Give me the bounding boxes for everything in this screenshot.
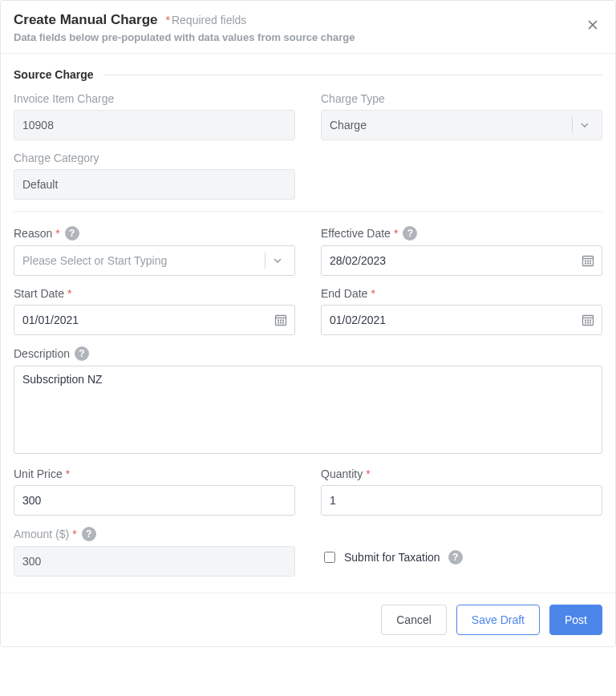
end-date-label-wrap: End Date* (321, 287, 602, 300)
post-button[interactable]: Post (549, 605, 602, 635)
submit-taxation-row: Submit for Taxation ? (321, 549, 602, 565)
required-indicator: * (55, 227, 59, 240)
invoice-item-charge-input (14, 110, 295, 140)
close-button[interactable] (585, 17, 601, 33)
invoice-item-charge-label: Invoice Item Charge (14, 92, 295, 105)
submit-taxation-checkbox[interactable] (324, 552, 335, 563)
help-icon[interactable]: ? (65, 226, 79, 241)
svg-rect-5 (587, 261, 589, 262)
charge-type-select[interactable]: Charge (321, 110, 602, 140)
chevron-down-icon (267, 250, 288, 271)
svg-rect-4 (585, 261, 586, 262)
required-asterisk-icon: * (166, 14, 170, 26)
required-fields-hint: *Required fields (166, 14, 247, 26)
close-icon (586, 18, 599, 31)
amount-label: Amount ($) (14, 528, 69, 540)
quantity-label-wrap: Quantity* (321, 467, 602, 480)
effective-date-input[interactable] (321, 245, 602, 276)
svg-rect-21 (587, 320, 589, 322)
svg-rect-8 (587, 263, 589, 265)
unit-price-input[interactable] (14, 485, 295, 516)
start-date-label: Start Date (14, 287, 64, 300)
description-textarea[interactable] (14, 366, 602, 454)
help-icon[interactable]: ? (403, 226, 417, 241)
svg-rect-20 (585, 320, 586, 322)
charge-type-label: Charge Type (321, 92, 602, 105)
charge-category-label: Charge Category (14, 152, 295, 164)
select-divider (572, 117, 573, 133)
calendar-icon[interactable] (582, 314, 594, 326)
help-icon[interactable]: ? (75, 346, 89, 361)
svg-rect-22 (590, 320, 591, 322)
svg-rect-13 (280, 320, 282, 322)
charge-type-value: Charge (330, 111, 367, 140)
select-divider (265, 253, 265, 269)
required-indicator: * (371, 287, 375, 300)
chevron-down-icon (574, 115, 595, 136)
reason-label-wrap: Reason* ? (14, 226, 295, 241)
svg-rect-23 (585, 322, 586, 324)
required-fields-label: Required fields (172, 14, 246, 26)
effective-date-label-wrap: Effective Date* ? (321, 226, 602, 241)
start-date-label-wrap: Start Date* (14, 287, 295, 300)
svg-rect-12 (278, 320, 279, 322)
required-indicator: * (66, 467, 70, 480)
source-charge-section-title: Source Charge (14, 68, 94, 81)
start-date-input[interactable] (14, 305, 295, 335)
modal-footer: Cancel Save Draft Post (1, 593, 615, 646)
quantity-input[interactable] (321, 485, 602, 516)
quantity-label: Quantity (321, 467, 363, 480)
required-indicator: * (67, 287, 71, 300)
svg-rect-15 (278, 322, 279, 324)
svg-rect-14 (282, 320, 284, 322)
description-label: Description (14, 347, 70, 360)
reason-select[interactable]: Please Select or Start Typing (14, 245, 295, 276)
amount-label-wrap: Amount ($)* ? (14, 527, 295, 541)
required-indicator: * (394, 227, 398, 240)
modal-subtitle: Data fields below pre-populated with dat… (14, 31, 602, 43)
unit-price-label-wrap: Unit Price* (14, 467, 295, 480)
svg-rect-7 (585, 263, 586, 265)
description-label-wrap: Description ? (14, 346, 602, 361)
calendar-icon[interactable] (274, 314, 287, 326)
reason-label: Reason (14, 227, 52, 240)
end-date-input[interactable] (321, 305, 602, 335)
cancel-button[interactable]: Cancel (381, 605, 447, 635)
section-header-source-charge: Source Charge (14, 68, 602, 81)
help-icon[interactable]: ? (82, 527, 96, 541)
modal-title: Create Manual Charge (14, 12, 158, 28)
svg-rect-16 (280, 322, 282, 324)
section-divider (14, 211, 602, 212)
svg-rect-6 (590, 261, 591, 262)
svg-rect-24 (587, 322, 589, 324)
modal-header: Create Manual Charge *Required fields Da… (1, 1, 615, 54)
end-date-label: End Date (321, 287, 367, 300)
required-indicator: * (366, 467, 370, 480)
svg-rect-9 (590, 263, 591, 265)
section-divider-line (103, 75, 602, 75)
modal-body: Source Charge Invoice Item Charge Charge… (1, 54, 615, 593)
amount-input (14, 546, 295, 577)
svg-rect-25 (590, 322, 591, 324)
required-indicator: * (72, 528, 76, 540)
effective-date-label: Effective Date (321, 227, 391, 240)
reason-placeholder: Please Select or Start Typing (22, 246, 167, 275)
svg-rect-17 (282, 322, 284, 324)
unit-price-label: Unit Price (14, 467, 63, 480)
submit-taxation-label: Submit for Taxation (344, 551, 440, 564)
calendar-icon[interactable] (582, 254, 594, 267)
help-icon[interactable]: ? (448, 550, 463, 564)
charge-category-input (14, 169, 295, 200)
create-manual-charge-modal: Create Manual Charge *Required fields Da… (0, 0, 616, 647)
save-draft-button[interactable]: Save Draft (456, 605, 540, 635)
